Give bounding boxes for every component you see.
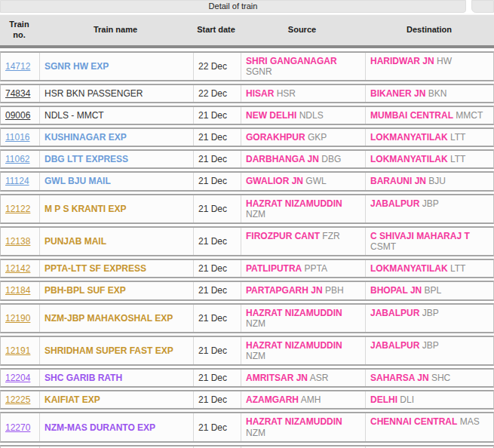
source-station: DARBHANGA JN DBG (241, 151, 365, 167)
destination-station-code: JBP (419, 198, 438, 209)
train-name: PUNJAB MAIL (39, 228, 193, 255)
train-number-link[interactable]: 74834 (5, 88, 30, 99)
source-station-name: DARBHANGA JN (246, 154, 319, 164)
source-station-code: GWL (303, 176, 327, 186)
train-number-link[interactable]: 12122 (5, 204, 30, 214)
destination-station: LOKMANYATILAK LTT (365, 129, 494, 146)
source-station: AZAMGARH AMH (241, 391, 365, 408)
train-name: PBH-BPL SUF EXP (39, 282, 193, 299)
table-row: 11062DBG LTT EXPRESS21 DecDARBHANGA JN D… (0, 149, 494, 169)
destination-station-name: HARIDWAR JN (370, 56, 434, 66)
train-table-body: 14712SGNR HW EXP22 DecSHRI GANGANAGAR SG… (0, 51, 494, 448)
train-name: SGNR HW EXP (39, 53, 193, 80)
destination-station-code: BKN (425, 88, 446, 99)
table-row: 12142PPTA-LTT SF EXPRESS21 DecPATLIPUTRA… (0, 259, 494, 278)
source-station: AMRITSAR JN ASR (241, 370, 365, 386)
train-number-link[interactable]: 12191 (5, 345, 30, 356)
destination-station: MUMBAI CENTRAL MMCT (365, 107, 494, 124)
train-number-link[interactable]: 12190 (5, 313, 30, 324)
title-bar-right-segment (471, 0, 494, 13)
source-station-name: GORAKHPUR (246, 132, 305, 143)
train-number-cell: 12122 (1, 195, 39, 222)
source-station-name: HAZRAT NIZAMUDDIN (246, 308, 342, 318)
table-row: 12122M P S KRANTI EXP21 DecHAZRAT NIZAMU… (0, 194, 494, 224)
train-number-link[interactable]: 12184 (5, 285, 30, 296)
table-row: 12190NZM-JBP MAHAKOSHAL EXP21 DecHAZRAT … (0, 303, 494, 333)
start-date: 22 Dec (193, 53, 241, 80)
train-number-link[interactable]: 09006 (5, 110, 30, 121)
source-station-name: GWALIOR JN (246, 176, 303, 186)
source-station: GORAKHPUR GKP (241, 129, 365, 146)
destination-station-name: MUMBAI CENTRAL (370, 110, 453, 121)
start-date: 21 Dec (193, 305, 241, 332)
source-station-code: NZM (246, 318, 265, 329)
start-date: 21 Dec (193, 282, 241, 299)
source-station-name: AMRITSAR JN (246, 373, 308, 383)
source-station-code: PBH (323, 285, 344, 296)
destination-station-code: LTT (448, 154, 466, 164)
train-name: M P S KRANTI EXP (39, 195, 193, 222)
train-number-link[interactable]: 12138 (5, 236, 30, 247)
start-date: 21 Dec (193, 151, 241, 167)
start-date: 21 Dec (193, 337, 241, 364)
source-station-name: NEW DELHI (246, 110, 296, 121)
table-row: 12191SHRIDHAM SUPER FAST EXP21 DecHAZRAT… (0, 336, 494, 366)
source-station-code: NZM (246, 209, 265, 219)
source-station-code: ASR (308, 373, 328, 383)
table-row: 12225KAIFIAT EXP21 DecAZAMGARH AMHDELHI … (0, 390, 494, 410)
train-number-link[interactable]: 14712 (5, 61, 30, 72)
source-station-name: HAZRAT NIZAMUDDIN (246, 340, 342, 351)
table-row: 12184PBH-BPL SUF EXP21 DecPARTAPGARH JN … (0, 281, 494, 300)
train-number-link[interactable]: 12225 (5, 394, 30, 405)
header-divider (0, 45, 494, 48)
destination-station-code: LTT (448, 132, 466, 143)
train-number-link[interactable]: 12204 (5, 373, 30, 383)
train-number-cell: 12225 (1, 391, 39, 408)
source-station-code: NZM (246, 351, 265, 361)
train-number-link[interactable]: 11124 (5, 176, 29, 186)
source-station-name: PATLIPUTRA (246, 263, 302, 274)
source-station: SHRI GANGANAGAR SGNR (241, 53, 365, 80)
table-header-row: Train no. Train name Start date Source D… (0, 14, 494, 45)
train-number-link[interactable]: 11062 (5, 154, 29, 164)
destination-station: BHOPAL JN BPL (365, 282, 494, 299)
train-number-cell: 12142 (1, 260, 39, 277)
source-station-code: AMH (299, 394, 321, 405)
train-number-cell: 09006 (1, 107, 39, 124)
source-station-code: FZR (320, 231, 340, 241)
start-date: 21 Dec (193, 370, 241, 386)
start-date: 21 Dec (193, 391, 241, 408)
destination-station-name: BARAUNI JN (370, 176, 426, 186)
destination-station-name: LOKMANYATILAK (370, 263, 448, 274)
destination-station-name: CHENNAI CENTRAL (370, 416, 457, 427)
destination-station: C SHIVAJI MAHARAJ T CSMT (365, 228, 494, 255)
train-number-cell: 12184 (1, 282, 39, 299)
source-station: HAZRAT NIZAMUDDIN NZM (241, 305, 365, 332)
train-number-link[interactable]: 11016 (5, 132, 29, 143)
train-number-cell: 12138 (1, 228, 39, 255)
train-name: HSR BKN PASSENGER (39, 85, 193, 102)
destination-station-code: JBP (419, 308, 438, 318)
table-row: 12270NZM-MAS DURANTO EXP21 DecHAZRAT NIZ… (0, 412, 494, 442)
destination-station: BARAUNI JN BJU (365, 173, 494, 189)
table-row: 11124GWL BJU MAIL21 DecGWALIOR JN GWLBAR… (0, 171, 494, 191)
destination-station-name: JABALPUR (370, 340, 419, 351)
column-header-start-date: Start date (192, 15, 240, 45)
train-number-cell: 14712 (1, 53, 39, 80)
train-name: GWL BJU MAIL (39, 173, 193, 189)
title-bar: Detail of train (0, 0, 494, 13)
start-date: 21 Dec (193, 195, 241, 222)
source-station: FIROZPUR CANT FZR (241, 228, 365, 255)
destination-station: LOKMANYATILAK LTT (365, 260, 494, 277)
destination-station: SAHARSA JN SHC (365, 370, 494, 386)
source-station: HAZRAT NIZAMUDDIN NZM (241, 195, 365, 222)
train-detail-page: Detail of train Train no. Train name Sta… (0, 0, 494, 448)
source-station: HAZRAT NIZAMUDDIN NZM (241, 337, 365, 364)
start-date: 21 Dec (193, 260, 241, 277)
train-number-cell: 74834 (1, 85, 39, 102)
train-name: KUSHINAGAR EXP (39, 129, 193, 146)
train-number-link[interactable]: 12270 (5, 422, 30, 433)
table-row: 12274HWH DURONTO EXP21 DecNEW DELHI NDLS… (0, 445, 494, 448)
train-number-link[interactable]: 12142 (5, 263, 30, 274)
destination-station: HARIDWAR JN HW (365, 53, 494, 80)
